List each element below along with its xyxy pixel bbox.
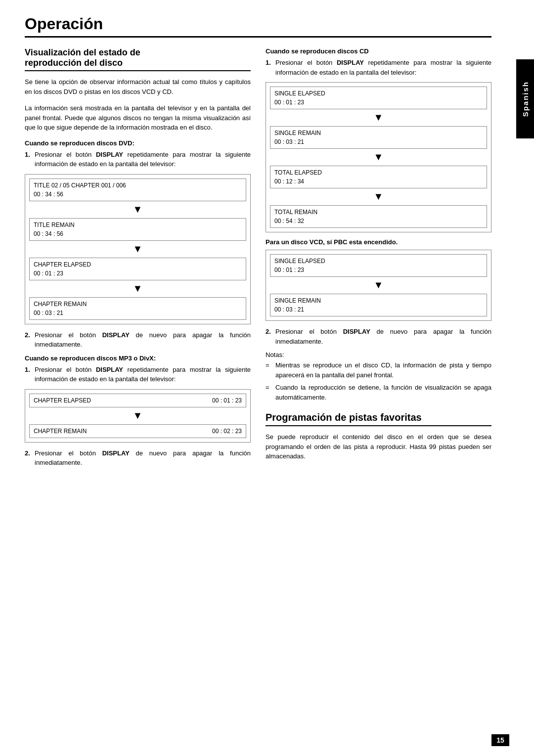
dvd-flow-diagram: TITLE 02 / 05 CHAPTER 001 / 006 00 : 34 … (25, 174, 251, 324)
mp3-step2: 2. Presionar el botón DISPLAY de nuevo p… (25, 448, 251, 468)
dvd-box2: TITLE REMAIN 00 : 34 : 56 (29, 218, 246, 241)
cd-box4: TOTAL REMAIN 00 : 54 : 32 (270, 205, 487, 228)
vcd-box1: SINGLE ELAPSED 00 : 01 : 23 (270, 254, 487, 277)
notes-section: Notas: = Mientras se reproduce un el dis… (266, 351, 491, 402)
dvd-arrow3: ▼ (25, 284, 250, 292)
cd-subsection-label: Cuando se reproducen discos CD (266, 47, 491, 55)
cd-flow-diagram: SINGLE ELAPSED 00 : 01 : 23 ▼ SINGLE REM… (266, 82, 491, 232)
cd-box1: SINGLE ELAPSED 00 : 01 : 23 (270, 87, 487, 109)
cd-box3: TOTAL ELAPSED 00 : 12 : 34 (270, 166, 487, 188)
dvd-box4: CHAPTER REMAIN 00 : 03 : 21 (29, 297, 246, 320)
left-column: Visualización del estado de reproducción… (25, 47, 251, 473)
cd-arrow3: ▼ (266, 192, 491, 200)
right-step2: 2. Presionar el botón DISPLAY de nuevo p… (266, 327, 491, 346)
mp3-arrow1: ▼ (25, 411, 250, 419)
vcd-flow-diagram: SINGLE ELAPSED 00 : 01 : 23 ▼ SINGLE REM… (266, 250, 491, 321)
prog-heading: Programación de pistas favoritas (266, 412, 491, 426)
dvd-arrow1: ▼ (25, 205, 250, 213)
vcd-arrow1: ▼ (266, 281, 491, 289)
dvd-box1: TITLE 02 / 05 CHAPTER 001 / 006 00 : 34 … (29, 178, 246, 201)
page-title: Operación (25, 15, 491, 38)
dvd-arrow2: ▼ (25, 245, 250, 253)
mp3-subsection-label: Cuando se reproducen discos MP3 o DivX: (25, 355, 251, 362)
section-heading: Visualización del estado de reproducción… (25, 47, 251, 71)
dvd-box3: CHAPTER ELAPSED 00 : 01 : 23 (29, 258, 246, 280)
side-tab: Spanish (516, 59, 534, 138)
mp3-flow-diagram: CHAPTER ELAPSED 00 : 01 : 23 ▼ CHAPTER R… (25, 389, 251, 443)
note-item-1: = Mientras se reproduce un el disco CD, … (266, 360, 491, 380)
vcd-box2: SINGLE REMAIN 00 : 03 : 21 (270, 294, 487, 316)
intro-para1: Se tiene la opción de observar informaci… (25, 77, 251, 96)
vcd-subsection-label: Para un disco VCD, sí PBC esta encendido… (266, 238, 491, 246)
cd-arrow2: ▼ (266, 153, 491, 161)
dvd-subsection-label: Cuando se reproducen discos DVD: (25, 139, 251, 147)
mp3-step1: 1. Presionar el botón DISPLAY repetidame… (25, 365, 251, 384)
cd-step1: 1. Presionar el botón DISPLAY repetidame… (266, 58, 491, 77)
cd-arrow1: ▼ (266, 113, 491, 121)
dvd-step2: 2. Presionar el botón DISPLAY de nuevo p… (25, 330, 251, 350)
cd-box2: SINGLE REMAIN 00 : 03 : 21 (270, 126, 487, 149)
side-tab-label: Spanish (521, 81, 530, 117)
page-number: 15 (491, 734, 509, 746)
mp3-box2: CHAPTER REMAIN 00 : 02 : 23 (29, 424, 246, 438)
prog-text: Se puede reproducir el contenido del dis… (266, 432, 491, 461)
right-column: Cuando se reproducen discos CD 1. Presio… (266, 47, 491, 473)
dvd-step1: 1. Presionar el botón DISPLAY repetidame… (25, 150, 251, 169)
intro-para2: La información será mostrada en la panta… (25, 103, 251, 133)
notes-label: Notas: (266, 351, 491, 358)
mp3-box1: CHAPTER ELAPSED 00 : 01 : 23 (29, 394, 246, 407)
note-item-2: = Cuando la reproducción se detiene, la … (266, 383, 491, 402)
